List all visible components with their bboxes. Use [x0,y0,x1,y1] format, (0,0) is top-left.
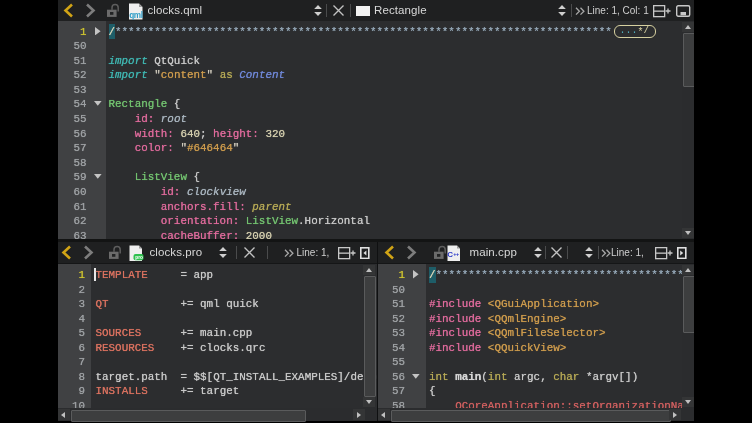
svg-text:pro: pro [135,255,143,260]
svg-text:++: ++ [453,250,459,256]
svg-text:qml: qml [129,10,142,19]
